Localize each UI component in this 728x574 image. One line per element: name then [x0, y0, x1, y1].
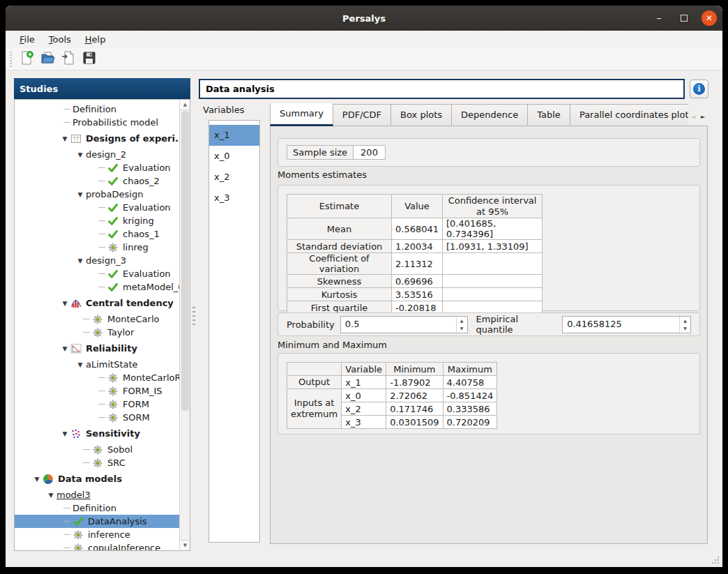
estimate-ci	[443, 288, 543, 301]
tree-item-evaluation[interactable]: Evaluation	[15, 201, 179, 214]
tree-item-label: FORM_IS	[123, 386, 162, 396]
minmax-group: VariableMinimumMaximumOutputx_1-1.879024…	[278, 353, 700, 435]
minimize-button[interactable]: –	[651, 10, 667, 26]
info-button[interactable]: i	[690, 80, 708, 98]
gear-icon	[107, 242, 119, 253]
close-button[interactable]: ✕	[702, 10, 717, 26]
tab-box-plots[interactable]: Box plots	[390, 104, 452, 126]
tab-scroll-right-icon[interactable]: ►	[698, 107, 708, 126]
tree-item-inference[interactable]: inference	[15, 528, 179, 541]
variable-item-x_3[interactable]: x_3	[209, 188, 259, 209]
spin-up-icon[interactable]: ▲	[457, 317, 467, 325]
table-row: Coefficient of variation2.11312	[287, 253, 543, 275]
moments-group: EstimateValueConfidence interval at 95%M…	[278, 185, 700, 311]
check-icon	[107, 202, 119, 213]
toolbar-grip[interactable]	[10, 52, 12, 67]
quantile-spinbox[interactable]: 0.41658125 ▲ ▼	[562, 316, 691, 333]
scroll-down-icon[interactable]: ▼	[180, 540, 190, 550]
menu-tools[interactable]: Tools	[43, 32, 77, 47]
tree-item-kriging[interactable]: kriging	[15, 214, 179, 227]
variable-item-x_1[interactable]: x_1	[209, 125, 259, 146]
open-study-button[interactable]	[37, 50, 58, 68]
tree-scrollbar-thumb[interactable]	[181, 111, 189, 411]
spin-down-icon[interactable]: ▼	[680, 324, 690, 333]
expand-arrow-icon[interactable]: ▼	[75, 191, 86, 198]
tree-item-form[interactable]: FORM	[15, 398, 179, 411]
expand-arrow-icon[interactable]: ▼	[59, 300, 70, 307]
titlebar[interactable]: Persalys – ✕	[6, 6, 722, 31]
tree-item-central-tendency[interactable]: ▼Central tendency	[15, 296, 179, 310]
expand-arrow-icon[interactable]: ▼	[75, 257, 86, 264]
tab-dependence[interactable]: Dependence	[451, 104, 528, 126]
variable-item-x_2[interactable]: x_2	[209, 167, 259, 188]
probability-value: 0.5	[341, 317, 456, 333]
tree-item-design-2[interactable]: ▼design_2	[15, 148, 179, 161]
tab-table[interactable]: Table	[527, 104, 570, 126]
spin-up-icon[interactable]: ▲	[680, 317, 690, 325]
tree-connector	[98, 287, 105, 287]
tree-item-montecarlo[interactable]: MonteCarlo	[15, 312, 179, 326]
minmax-table: VariableMinimumMaximumOutputx_1-1.879024…	[287, 362, 497, 429]
analysis-title-input[interactable]	[199, 79, 685, 99]
tree-connector	[98, 377, 105, 378]
tree-item-probadesign[interactable]: ▼probaDesign	[15, 188, 179, 201]
tree-item-evaluation[interactable]: Evaluation	[15, 161, 179, 174]
variable-name: x_0	[342, 389, 386, 402]
tree-item-reliability[interactable]: ▼Reliability	[15, 342, 179, 355]
tree-item-copulainference[interactable]: copulaInference	[15, 541, 179, 551]
tree-item-evaluation[interactable]: Evaluation	[15, 267, 179, 280]
tree-item-dataanalysis[interactable]: DataAnalysis	[15, 515, 179, 528]
tree-item-linreg[interactable]: linreg	[15, 241, 179, 254]
tree-item-sorm[interactable]: SORM	[15, 411, 179, 424]
expand-arrow-icon[interactable]: ▼	[31, 476, 43, 483]
tree-item-src[interactable]: SRC	[15, 456, 179, 469]
tree-item-taylor[interactable]: Taylor	[15, 326, 179, 339]
expand-arrow-icon[interactable]: ▼	[59, 135, 70, 142]
expand-arrow-icon[interactable]: ▼	[75, 361, 86, 368]
tree-item-sensitivity[interactable]: ▼Sensitivity	[15, 427, 179, 440]
tree-connector	[98, 417, 105, 418]
splitter-handle[interactable]	[192, 307, 195, 325]
menu-file[interactable]: File	[14, 32, 40, 47]
probability-spinbox[interactable]: 0.5 ▲ ▼	[340, 316, 468, 333]
check-icon	[107, 229, 119, 240]
tree-scrollbar[interactable]: ▲ ▼	[179, 100, 190, 550]
expand-arrow-icon[interactable]: ▼	[59, 345, 70, 352]
menu-help[interactable]: Help	[79, 32, 112, 47]
tree-item-sobol[interactable]: Sobol	[15, 443, 179, 456]
tree-item-chaos-1[interactable]: chaos_1	[15, 227, 179, 241]
import-script-button[interactable]	[58, 50, 79, 68]
spin-down-icon[interactable]: ▼	[457, 324, 467, 333]
tree-item-definition[interactable]: Definition	[15, 501, 179, 515]
scroll-up-icon[interactable]: ▲	[180, 100, 190, 110]
expand-arrow-icon[interactable]: ▼	[59, 430, 70, 437]
expand-arrow-icon[interactable]: ▼	[45, 492, 56, 499]
tree-item-definition[interactable]: Definition	[15, 103, 179, 116]
doe-icon	[70, 133, 82, 144]
save-study-button[interactable]	[79, 50, 100, 68]
new-study-button[interactable]	[16, 50, 37, 68]
tree-item-form-is[interactable]: FORM_IS	[15, 384, 179, 398]
tree-item-montecarlor-[interactable]: MonteCarloR...	[15, 371, 179, 384]
moments-header: Estimate	[287, 195, 392, 218]
tree-item-chaos-2[interactable]: chaos_2	[15, 174, 179, 188]
tab-parallel-coordinates-plot[interactable]: Parallel coordinates plot	[570, 104, 688, 126]
expand-arrow-icon[interactable]: ▼	[75, 151, 86, 158]
variable-name: x_2	[342, 402, 386, 416]
tree-item-metamodel-0[interactable]: metaModel_0	[15, 280, 179, 294]
tab-scroll-left-icon[interactable]: ◄	[688, 107, 698, 126]
tab-summary[interactable]: Summary	[270, 103, 333, 126]
tree-item-probabilistic-model[interactable]: Probabilistic model	[15, 116, 179, 129]
tab-pdf-cdf[interactable]: PDF/CDF	[333, 104, 391, 126]
variable-item-x_0[interactable]: x_0	[209, 146, 259, 167]
tree-item-model3[interactable]: ▼model3	[15, 488, 179, 501]
studies-dock-header[interactable]: Studies	[14, 78, 190, 99]
tree-item-designs-of-experi-[interactable]: ▼Designs of experi...	[15, 132, 179, 145]
close-icon: ✕	[706, 13, 713, 23]
tree-item-label: inference	[88, 529, 130, 540]
tree-item-design-3[interactable]: ▼design_3	[15, 254, 179, 267]
tree-item-data-models[interactable]: ▼Data models	[15, 472, 179, 485]
tree-item-alimitstate[interactable]: ▼aLimitState	[15, 358, 179, 371]
maximize-button[interactable]	[676, 10, 692, 26]
resize-grip[interactable]	[711, 556, 720, 564]
